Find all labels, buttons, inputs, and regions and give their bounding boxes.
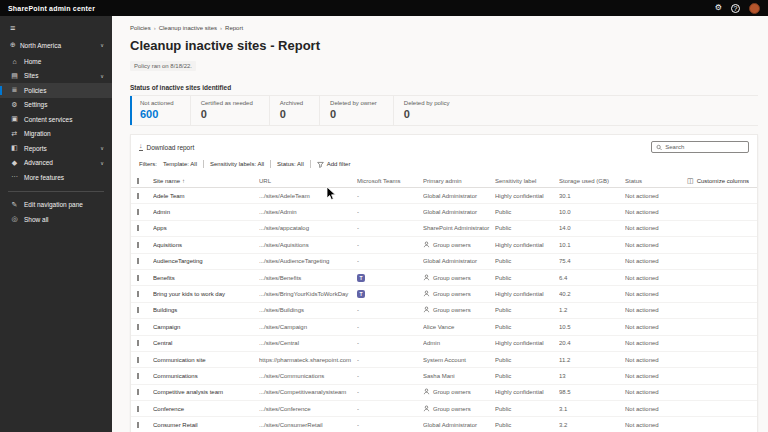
sensitivity-cell: Public [495, 209, 559, 215]
search-input[interactable] [665, 144, 744, 150]
search-box[interactable] [651, 141, 749, 153]
teams-cell: - [357, 209, 423, 215]
column-header-sensitivity-label[interactable]: Sensitivity label [495, 178, 559, 184]
microsoft-teams-icon: T [357, 290, 365, 298]
sidebar-item-show-all[interactable]: ◎Show all [0, 212, 112, 227]
sidebar-item-advanced[interactable]: ◆Advanced∨ [0, 156, 112, 171]
sidebar-item-sites[interactable]: ▤Sites∨ [0, 69, 112, 84]
row-checkbox[interactable] [137, 373, 139, 379]
site-name-cell: Bring your kids to work day [153, 291, 259, 297]
table-row[interactable]: Buildings.../sites/Buildings-Group owner… [131, 303, 757, 319]
breadcrumb-item[interactable]: Cleanup inactive sites [159, 25, 217, 31]
sidebar-item-migration[interactable]: ⇄Migration [0, 127, 112, 142]
sidebar-item-content-services[interactable]: ▣Content services [0, 112, 112, 127]
sidebar-item-reports[interactable]: ◧Reports∨ [0, 141, 112, 156]
row-checkbox-cell [137, 357, 153, 363]
primary-admin-cell: Admin [423, 340, 495, 346]
gear-icon[interactable]: ⚙ [715, 4, 722, 12]
table-row[interactable]: Communications.../sites/Communications-S… [131, 368, 757, 384]
status-tile[interactable]: Deleted by owner0 [320, 96, 394, 125]
breadcrumb-item[interactable]: Report [225, 25, 243, 31]
table-row[interactable]: Competitive analysis team.../sites/Compe… [131, 385, 757, 401]
row-checkbox[interactable] [137, 389, 139, 395]
primary-admin-label: Group owners [433, 242, 471, 248]
teams-cell: - [357, 193, 423, 199]
table-row[interactable]: Benefits.../sites/BenefitsTGroup ownersP… [131, 270, 757, 286]
row-checkbox[interactable] [137, 307, 139, 313]
row-checkbox[interactable] [137, 324, 139, 330]
primary-admin-cell: Group owners [423, 290, 495, 298]
column-header-primary-admin[interactable]: Primary admin [423, 178, 495, 184]
sidebar-item-label: Home [24, 58, 41, 65]
row-checkbox[interactable] [137, 209, 139, 215]
status-tile[interactable]: Deleted by policy0 [394, 96, 466, 125]
add-filter-button[interactable]: Add filter [317, 161, 351, 168]
status-tile[interactable]: Archived0 [270, 96, 320, 125]
person-icon [423, 290, 430, 298]
url-cell: .../sites/Campaign [259, 324, 357, 330]
filter-chip[interactable]: Template: All [163, 161, 197, 167]
table-row[interactable]: Bring your kids to work day.../sites/Bri… [131, 286, 757, 302]
sidebar-item-policies[interactable]: ≣Policies [0, 83, 112, 98]
row-checkbox-cell [137, 242, 153, 248]
row-checkbox[interactable] [137, 406, 139, 412]
status-tile[interactable]: Certified as needed0 [191, 96, 270, 125]
row-checkbox[interactable] [137, 357, 139, 363]
row-checkbox[interactable] [137, 275, 139, 281]
person-icon [423, 388, 430, 396]
filter-chip[interactable]: Sensitivity labels: All [210, 161, 264, 167]
table-row[interactable]: Apps.../sites/appcatalog-SharePoint Admi… [131, 221, 757, 237]
column-header-storage-used[interactable]: Storage used (GB) [559, 178, 625, 184]
table-row[interactable]: Campaign.../sites/Campaign-Alice VancePu… [131, 319, 757, 335]
table-row[interactable]: Central.../sites/Central-AdminHighly con… [131, 336, 757, 352]
status-cell: Not actioned [625, 340, 673, 346]
row-checkbox[interactable] [137, 422, 139, 428]
table-row[interactable]: Communication sitehttps://pharmateck.sha… [131, 352, 757, 368]
table-row[interactable]: Aquisitions.../sites/Aquisitions-Group o… [131, 237, 757, 253]
policy-ran-text: Policy ran on 8/18/22. [130, 61, 196, 71]
row-checkbox[interactable] [137, 340, 139, 346]
nav-collapse-button[interactable]: ≡ [0, 20, 112, 37]
primary-admin-cell: Global Administrator [423, 258, 495, 264]
column-header-url[interactable]: URL [259, 178, 357, 184]
sidebar-item-more-features[interactable]: ⋯More features [0, 170, 112, 185]
primary-admin-label: Group owners [433, 307, 471, 313]
help-icon[interactable]: ? [731, 4, 740, 13]
site-name-cell: Conference [153, 406, 259, 412]
breadcrumb-item[interactable]: Policies [130, 25, 151, 31]
sidebar: ≡ ⊕ North America ∨ ⌂Home▤Sites∨≣Policie… [0, 16, 112, 432]
storage-cell: 11.2 [559, 357, 625, 363]
filter-chip[interactable]: Status: All [277, 161, 304, 167]
row-checkbox[interactable] [137, 242, 139, 248]
row-checkbox[interactable] [137, 258, 139, 264]
status-tile-value: 0 [280, 108, 303, 120]
column-header-status[interactable]: Status [625, 178, 673, 184]
column-header-site-name[interactable]: Site name ↑ [153, 178, 259, 184]
column-header-microsoft-teams[interactable]: Microsoft Teams [357, 178, 423, 184]
table-row[interactable]: Conference.../sites/Conference-Group own… [131, 401, 757, 417]
table-row[interactable]: Consumer Retail.../sites/ConsumerRetail-… [131, 417, 757, 432]
table-row[interactable]: Adele Team.../sites/AdeleTeam-Global Adm… [131, 188, 757, 204]
row-checkbox[interactable] [137, 225, 139, 231]
filter-separator [270, 160, 271, 168]
row-checkbox[interactable] [137, 291, 139, 297]
sidebar-item-home[interactable]: ⌂Home [0, 54, 112, 69]
download-report-button[interactable]: ↓ Download report [139, 143, 194, 151]
avatar[interactable] [749, 3, 760, 14]
sidebar-item-settings[interactable]: ⚙Settings [0, 98, 112, 113]
sidebar-item-edit-navigation-pane[interactable]: ✎Edit navigation pane [0, 198, 112, 213]
reports-icon: ◧ [10, 144, 19, 152]
table-row[interactable]: AudienceTargeting.../sites/AudienceTarge… [131, 254, 757, 270]
table-row[interactable]: Admin.../sites/Admin-Global Administrato… [131, 204, 757, 220]
region-selector[interactable]: ⊕ North America ∨ [0, 37, 112, 54]
status-cell: Not actioned [625, 242, 673, 248]
customize-columns-button[interactable]: ◫ Customize columns [673, 177, 749, 185]
status-tile[interactable]: Not actioned600 [130, 96, 191, 125]
storage-cell: 1.2 [559, 307, 625, 313]
primary-admin-label: Global Administrator [423, 422, 477, 428]
select-all-checkbox[interactable] [137, 178, 139, 184]
row-checkbox[interactable] [137, 193, 139, 199]
status-cell: Not actioned [625, 307, 673, 313]
primary-admin-cell: Alice Vance [423, 324, 495, 330]
primary-admin-cell: SharePoint Administrator [423, 225, 495, 231]
